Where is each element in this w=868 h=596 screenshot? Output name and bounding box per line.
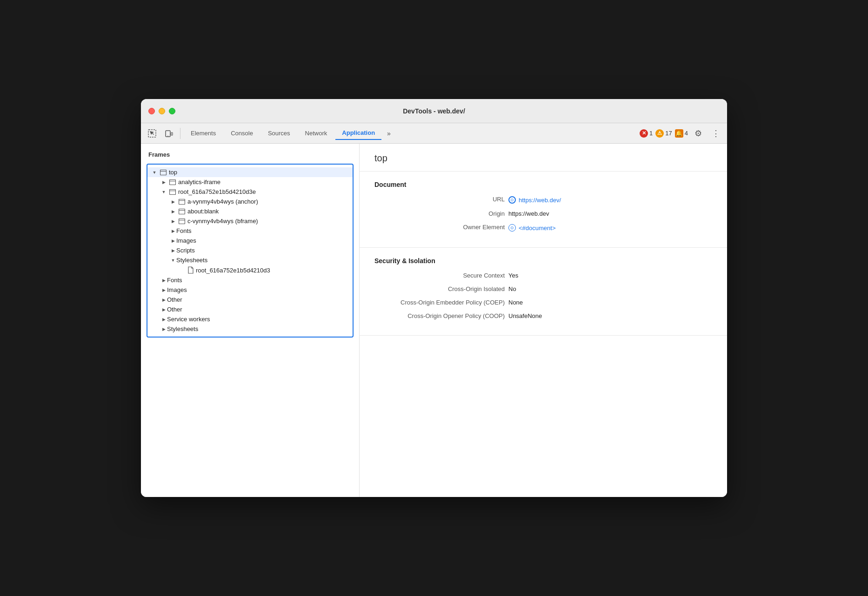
tree-item-images-sub[interactable]: Images	[147, 236, 353, 245]
detail-panel: top Document URL ⊙ https://web.dev/ Orig…	[360, 144, 727, 497]
devtools-window: DevTools - web.dev/ Elements Console Sou…	[141, 99, 727, 497]
error-icon: ✕	[640, 129, 648, 138]
settings-button[interactable]: ⚙	[691, 126, 706, 141]
frames-header: Frames	[141, 149, 359, 162]
other2-label: Other	[167, 306, 182, 313]
stylesheet-file-label: root_616a752e1b5d4210d3	[196, 267, 270, 274]
owner-value: ⊙ <#document>	[508, 224, 556, 232]
detail-title: top	[360, 144, 727, 172]
tree-item-c-vynmy[interactable]: c-vynmy4vb4wys (bframe)	[147, 216, 353, 226]
tree-arrow-images-top	[160, 287, 167, 293]
coop-row: Cross-Origin Opener Policy (COOP) Unsafe…	[374, 312, 712, 319]
origin-label: Origin	[374, 210, 505, 217]
images-top-label: Images	[167, 286, 187, 293]
info-count: 4	[685, 130, 688, 137]
main-content: Frames top	[141, 144, 727, 497]
scripts-sub-label: Scripts	[176, 247, 195, 254]
tab-sources[interactable]: Sources	[261, 127, 297, 139]
toolbar-divider-1	[180, 128, 180, 139]
owner-label: Owner Element	[374, 224, 505, 231]
svg-rect-10	[179, 199, 185, 204]
owner-link[interactable]: <#document>	[519, 225, 556, 232]
images-sub-label: Images	[176, 237, 196, 244]
info-icon: 🔔	[675, 129, 683, 138]
tree-item-fonts-top[interactable]: Fonts	[147, 275, 353, 285]
tree-arrow-stylesheets-top	[160, 326, 167, 332]
fonts-top-label: Fonts	[167, 277, 182, 284]
warning-badge[interactable]: ⚠ 17	[655, 129, 672, 138]
secure-context-label: Secure Context	[374, 272, 505, 279]
tree-item-fonts-sub[interactable]: Fonts	[147, 226, 353, 236]
url-link[interactable]: https://web.dev/	[519, 197, 561, 204]
minimize-button[interactable]	[159, 108, 165, 114]
toolbar-right: ✕ 1 ⚠ 17 🔔 4 ⚙ ⋮	[640, 126, 723, 141]
tree-item-other1[interactable]: Other	[147, 295, 353, 305]
file-icon-stylesheet	[187, 266, 194, 274]
tree-arrow-c-vynmy	[170, 218, 176, 225]
device-toolbar-button[interactable]	[161, 126, 176, 141]
c-vynmy-label: c-vynmy4vb4wys (bframe)	[187, 218, 258, 225]
about-blank-label: about:blank	[187, 208, 219, 215]
frame-icon-analytics	[169, 179, 176, 185]
root-frame-label: root_616a752e1b5d4210d3e	[178, 188, 256, 195]
tree-item-images-top[interactable]: Images	[147, 285, 353, 295]
window-title: DevTools - web.dev/	[403, 107, 465, 115]
close-button[interactable]	[148, 108, 155, 114]
more-tabs-button[interactable]: »	[383, 128, 394, 139]
sidebar: Frames top	[141, 144, 360, 497]
warning-icon: ⚠	[655, 129, 664, 138]
svg-rect-14	[179, 219, 185, 224]
traffic-lights	[148, 108, 175, 114]
svg-rect-6	[170, 179, 176, 185]
security-section-title: Security & Isolation	[374, 257, 712, 265]
tree-arrow-fonts-top	[160, 277, 167, 284]
error-count: 1	[649, 130, 653, 137]
tab-application[interactable]: Application	[335, 126, 381, 140]
tab-console[interactable]: Console	[224, 127, 260, 139]
toolbar: Elements Console Sources Network Applica…	[141, 123, 727, 144]
tree-item-scripts-sub[interactable]: Scripts	[147, 245, 353, 255]
tree-item-other2[interactable]: Other	[147, 305, 353, 314]
tree-item-a-vynmy[interactable]: a-vynmy4vb4wys (anchor)	[147, 197, 353, 206]
tree-item-stylesheets-top[interactable]: Stylesheets	[147, 324, 353, 334]
tree-arrow-a-vynmy	[170, 199, 176, 205]
tree-item-stylesheet-file[interactable]: root_616a752e1b5d4210d3	[147, 265, 353, 275]
document-section-title: Document	[374, 181, 712, 188]
tree-item-top[interactable]: top	[147, 167, 353, 177]
tab-network[interactable]: Network	[299, 127, 334, 139]
svg-point-3	[167, 135, 168, 136]
frame-icon-c-vynmy	[178, 218, 186, 225]
tree-item-about-blank[interactable]: about:blank	[147, 206, 353, 216]
maximize-button[interactable]	[169, 108, 175, 114]
tree-item-root-frame[interactable]: root_616a752e1b5d4210d3e	[147, 187, 353, 197]
more-options-button[interactable]: ⋮	[708, 126, 723, 141]
inspect-element-button[interactable]	[145, 126, 160, 141]
coep-value: None	[508, 299, 523, 306]
cross-origin-isolated-label: Cross-Origin Isolated	[374, 285, 505, 292]
tab-elements[interactable]: Elements	[184, 127, 222, 139]
tree-item-stylesheets-sub[interactable]: Stylesheets	[147, 255, 353, 265]
tree-item-service-workers[interactable]: Service workers	[147, 314, 353, 324]
frames-tree: top analytics-iframe	[147, 164, 354, 338]
tree-arrow-stylesheets-sub	[170, 257, 176, 264]
stylesheets-sub-label: Stylesheets	[176, 257, 207, 264]
stylesheets-top-label: Stylesheets	[167, 325, 198, 332]
info-badge[interactable]: 🔔 4	[675, 129, 688, 138]
frame-icon-root	[169, 189, 176, 195]
fonts-sub-label: Fonts	[176, 227, 192, 234]
tree-item-analytics-iframe[interactable]: analytics-iframe	[147, 177, 353, 187]
error-badge[interactable]: ✕ 1	[640, 129, 653, 138]
titlebar: DevTools - web.dev/	[141, 99, 727, 123]
frame-icon-a-vynmy	[178, 199, 186, 205]
coop-value: UnsafeNone	[508, 312, 542, 319]
svg-rect-2	[171, 132, 173, 135]
a-vynmy-label: a-vynmy4vb4wys (anchor)	[187, 198, 258, 205]
url-label: URL	[374, 196, 505, 203]
url-row: URL ⊙ https://web.dev/	[374, 196, 712, 204]
svg-rect-8	[170, 189, 176, 194]
url-icon: ⊙	[508, 196, 516, 204]
cross-origin-isolated-value: No	[508, 285, 516, 292]
secure-context-value: Yes	[508, 272, 518, 279]
frame-icon-top	[160, 169, 167, 176]
coep-label: Cross-Origin Embedder Policy (COEP)	[374, 299, 505, 306]
